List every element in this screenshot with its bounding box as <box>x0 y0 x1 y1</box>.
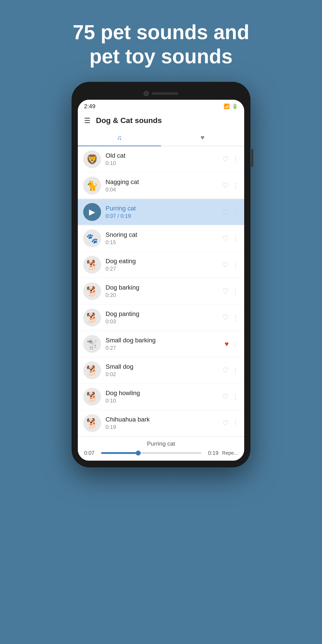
sound-item-purring-cat[interactable]: ▶︎ Purring cat 0:07 / 0:19 ♡ ⋮ <box>78 199 244 225</box>
app-title: Dog & Cat sounds <box>96 116 162 125</box>
phone-device: 2:49 📶 🔋 ☰ Dog & Cat sounds ♫ ♥ <box>72 82 250 467</box>
status-time: 2:49 <box>84 103 96 110</box>
tab-music[interactable]: ♫ <box>78 129 161 146</box>
favorites-tab-icon: ♥ <box>200 134 204 141</box>
dog-panting-name: Dog panting <box>106 310 218 318</box>
dog-panting-duration: 0:03 <box>106 318 218 325</box>
sound-item-nagging-cat[interactable]: 🐈 Nagging cat 0:04 ♡ ⋮ <box>78 173 244 198</box>
small-dog-name: Small dog <box>106 363 218 370</box>
app-bar: ☰ Dog & Cat sounds <box>78 112 244 129</box>
snoring-cat-avatar: 🐾 <box>83 230 101 247</box>
sound-item-dog-howling[interactable]: 🐕 Dog howling 0:10 ♡ ⋮ <box>78 384 244 410</box>
tab-favorites[interactable]: ♥ <box>161 129 244 146</box>
sound-item-snoring-cat[interactable]: 🐾 Snoring cat 0:15 ♡ ⋮ <box>78 226 244 251</box>
phone-speaker <box>152 92 178 95</box>
dog-barking-like-btn[interactable]: ♡ <box>222 287 229 296</box>
progress-fill <box>101 452 138 454</box>
old-cat-avatar: 🦁 <box>83 150 101 168</box>
dog-howling-name: Dog howling <box>106 390 218 397</box>
small-dog-actions: ♡ ⋮ <box>222 366 239 374</box>
purring-cat-actions: ♡ ⋮ <box>222 208 239 216</box>
snoring-cat-actions: ♡ ⋮ <box>222 234 239 242</box>
dog-howling-info: Dog howling 0:10 <box>106 390 218 404</box>
purring-cat-like-btn[interactable]: ♡ <box>222 208 229 216</box>
chihuahua-bark-like-btn[interactable]: ♡ <box>222 419 229 427</box>
dog-howling-duration: 0:10 <box>106 398 218 404</box>
chihuahua-bark-more-btn[interactable]: ⋮ <box>232 420 239 427</box>
small-dog-barking-like-btn[interactable]: ♥ <box>224 340 229 348</box>
nagging-cat-info: Nagging cat 0:04 <box>106 178 218 193</box>
old-cat-info: Old cat 0:10 <box>106 152 218 166</box>
nagging-cat-actions: ♡ ⋮ <box>222 181 239 190</box>
old-cat-name: Old cat <box>106 152 218 159</box>
purring-cat-duration: 0:07 / 0:19 <box>106 213 218 219</box>
dog-eating-name: Dog eating <box>106 258 218 265</box>
old-cat-like-btn[interactable]: ♡ <box>222 155 229 164</box>
play-bar: Purring cat 0:07 0:19 Repe... <box>78 436 244 461</box>
small-dog-barking-avatar: 🐩 <box>83 335 101 353</box>
sound-item-chihuahua-bark[interactable]: 🐕 Chihuahua bark 0:19 ♡ ⋮ <box>78 410 244 436</box>
purring-cat-info: Purring cat 0:07 / 0:19 <box>106 205 218 219</box>
small-dog-info: Small dog 0:02 <box>106 363 218 378</box>
old-cat-more-btn[interactable]: ⋮ <box>232 156 239 163</box>
dog-howling-like-btn[interactable]: ♡ <box>222 392 229 401</box>
purring-cat-name: Purring cat <box>106 205 218 212</box>
dog-panting-info: Dog panting 0:03 <box>106 310 218 325</box>
hero-title: 75 pet sounds and pet toy sounds <box>38 0 284 82</box>
purring-cat-avatar: ▶︎ <box>83 203 101 221</box>
progress-bar[interactable] <box>101 452 202 454</box>
dog-howling-more-btn[interactable]: ⋮ <box>232 393 239 400</box>
small-dog-more-btn[interactable]: ⋮ <box>232 367 239 374</box>
play-bar-title: Purring cat <box>84 440 238 447</box>
sound-item-old-cat[interactable]: 🦁 Old cat 0:10 ♡ ⋮ <box>78 146 244 172</box>
sound-item-dog-eating[interactable]: 🐕 Dog eating 0:27 ♡ ⋮ <box>78 252 244 278</box>
dog-barking-name: Dog barking <box>106 284 218 291</box>
sound-item-small-dog-barking[interactable]: 🐩 Small dog barking 0:27 ♥ ⋮ <box>78 331 244 357</box>
chihuahua-bark-name: Chihuahua bark <box>106 416 218 423</box>
current-time: 0:07 <box>84 450 98 456</box>
dog-barking-actions: ♡ ⋮ <box>222 287 239 296</box>
snoring-cat-like-btn[interactable]: ♡ <box>222 234 229 242</box>
dog-barking-more-btn[interactable]: ⋮ <box>232 288 239 295</box>
snoring-cat-duration: 0:15 <box>106 239 218 246</box>
dog-eating-duration: 0:27 <box>106 266 218 272</box>
dog-eating-like-btn[interactable]: ♡ <box>222 260 229 269</box>
dog-eating-more-btn[interactable]: ⋮ <box>232 261 239 268</box>
small-dog-like-btn[interactable]: ♡ <box>222 366 229 374</box>
small-dog-barking-name: Small dog barking <box>106 337 220 344</box>
signal-icon: 📶 <box>224 104 230 109</box>
dog-barking-info: Dog barking 0:20 <box>106 284 218 298</box>
small-dog-avatar: 🐕 <box>83 361 101 379</box>
phone-screen: 2:49 📶 🔋 ☰ Dog & Cat sounds ♫ ♥ <box>78 100 244 461</box>
sound-item-dog-barking[interactable]: 🐕 Dog barking 0:20 ♡ ⋮ <box>78 278 244 304</box>
dog-panting-more-btn[interactable]: ⋮ <box>232 314 239 321</box>
purring-cat-more-btn[interactable]: ⋮ <box>232 208 239 216</box>
phone-notch <box>78 88 244 100</box>
dog-howling-avatar: 🐕 <box>83 388 101 406</box>
dog-barking-avatar: 🐕 <box>83 282 101 300</box>
tabs-bar: ♫ ♥ <box>78 129 244 146</box>
hamburger-icon[interactable]: ☰ <box>84 116 90 125</box>
nagging-cat-like-btn[interactable]: ♡ <box>222 181 229 190</box>
dog-panting-avatar: 🐕 <box>83 308 101 326</box>
total-time: 0:19 <box>205 450 218 456</box>
nagging-cat-avatar: 🐈 <box>83 177 101 194</box>
sound-item-dog-panting[interactable]: 🐕 Dog panting 0:03 ♡ ⋮ <box>78 304 244 330</box>
battery-icon: 🔋 <box>232 104 238 109</box>
small-dog-barking-info: Small dog barking 0:27 <box>106 337 220 351</box>
repeat-button[interactable]: Repe... <box>222 450 238 456</box>
snoring-cat-name: Snoring cat <box>106 231 218 238</box>
nagging-cat-more-btn[interactable]: ⋮ <box>232 182 239 190</box>
dog-panting-actions: ♡ ⋮ <box>222 313 239 322</box>
nagging-cat-name: Nagging cat <box>106 178 218 186</box>
snoring-cat-more-btn[interactable]: ⋮ <box>232 235 239 242</box>
sound-item-small-dog[interactable]: 🐕 Small dog 0:02 ♡ ⋮ <box>78 357 244 383</box>
dog-barking-duration: 0:20 <box>106 292 218 298</box>
dog-panting-like-btn[interactable]: ♡ <box>222 313 229 322</box>
old-cat-duration: 0:10 <box>106 160 218 166</box>
chihuahua-bark-actions: ♡ ⋮ <box>222 419 239 427</box>
small-dog-barking-more-btn[interactable]: ⋮ <box>232 340 239 348</box>
music-tab-icon: ♫ <box>117 134 122 141</box>
dog-eating-info: Dog eating 0:27 <box>106 258 218 272</box>
phone-side-button <box>251 149 253 167</box>
